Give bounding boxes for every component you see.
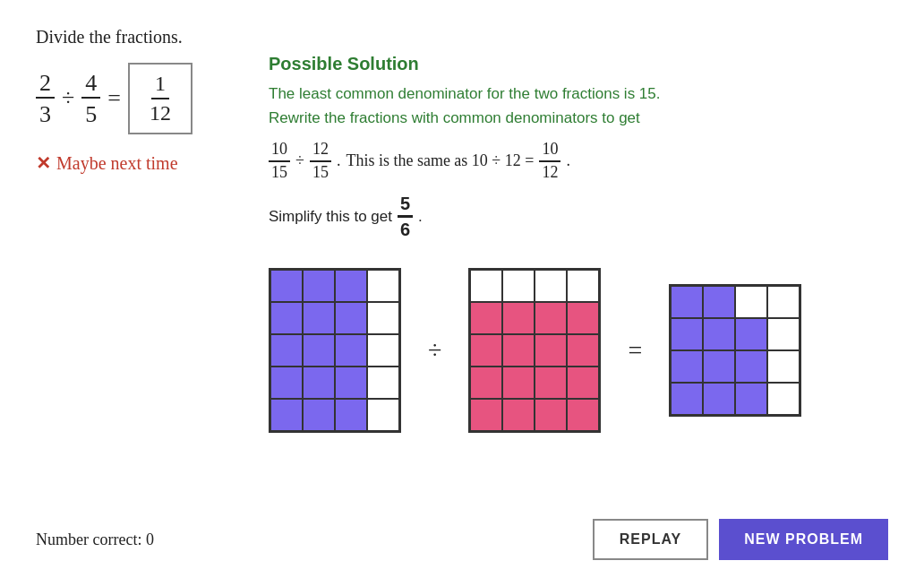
visuals-row: ÷ xyxy=(269,268,888,433)
grid-cell xyxy=(703,350,735,383)
grid-cell xyxy=(303,302,335,334)
grid-cell xyxy=(535,367,567,399)
grid-cell xyxy=(567,399,599,431)
grid-cell xyxy=(367,334,399,367)
grid-cell xyxy=(671,318,703,350)
grid-cell xyxy=(703,286,735,318)
grid-cell xyxy=(335,302,367,334)
lcd-fraction1: 10 15 xyxy=(269,139,290,183)
grid-cell xyxy=(502,270,535,302)
grid-cell xyxy=(671,286,703,318)
grid-cell xyxy=(502,302,535,334)
fraction-first: 2 3 xyxy=(36,69,55,128)
divide-operator: ÷ xyxy=(428,336,441,365)
x-icon: ✕ xyxy=(36,152,51,174)
grid-result xyxy=(669,284,801,417)
grid-cell xyxy=(535,302,567,334)
grid-cell xyxy=(470,270,502,302)
answer-box: 1 12 xyxy=(128,63,192,134)
grid-cell xyxy=(303,399,335,431)
period3: . xyxy=(418,208,423,226)
solution-line1: The least common denominator for the two… xyxy=(269,82,888,106)
grid-cell xyxy=(767,383,800,415)
grid-cell xyxy=(767,286,800,318)
grid-cell xyxy=(535,399,567,431)
grid-cell xyxy=(367,367,399,399)
grid-cell xyxy=(270,302,303,334)
grid-cell xyxy=(270,367,303,399)
grid-cell xyxy=(502,367,535,399)
replay-button[interactable]: REPLAY xyxy=(593,519,708,560)
grid-cell xyxy=(767,350,800,383)
grid-cell xyxy=(502,334,535,367)
new-problem-button[interactable]: NEW PROBLEM xyxy=(719,519,888,560)
grid-cell xyxy=(335,367,367,399)
grid-cell xyxy=(470,367,502,399)
left-panel: 2 3 ÷ 4 5 = 1 12 ✕ Maybe next time xyxy=(36,63,233,174)
answer-fraction: 1 12 xyxy=(146,70,175,127)
grid-second xyxy=(468,268,601,433)
solution-title: Possible Solution xyxy=(269,54,888,74)
bottom-bar: Number correct: 0 REPLAY NEW PROBLEM xyxy=(36,519,888,560)
right-panel: Possible Solution The least common denom… xyxy=(269,54,888,433)
simplify-text: Simplify this to get xyxy=(269,208,392,226)
grid-cell xyxy=(671,383,703,415)
grid-cell xyxy=(303,334,335,367)
grid-cell xyxy=(335,270,367,302)
grid-cell xyxy=(703,383,735,415)
button-group: REPLAY NEW PROBLEM xyxy=(593,519,888,560)
fraction-second: 4 5 xyxy=(81,69,100,128)
grid-cell xyxy=(703,318,735,350)
fraction-problem: 2 3 ÷ 4 5 = 1 12 xyxy=(36,63,233,134)
grid-cell xyxy=(502,399,535,431)
num-correct-label: Number correct: 0 xyxy=(36,531,154,549)
grid-cell xyxy=(735,350,767,383)
divide-symbol: ÷ xyxy=(62,85,74,112)
result-fraction: 10 12 xyxy=(539,139,560,183)
solution-line2: Rewrite the fractions with common denomi… xyxy=(269,106,888,130)
grid-cell xyxy=(367,302,399,334)
math-line: 10 15 ÷ 12 15 . This is the same as 10 ÷… xyxy=(269,139,888,183)
same-as-text: This is the same as 10 ÷ 12 = xyxy=(346,151,534,170)
grid-cell xyxy=(767,318,800,350)
grid-cell xyxy=(303,367,335,399)
grid-cell xyxy=(270,270,303,302)
grid-cell xyxy=(671,350,703,383)
grid-cell xyxy=(470,334,502,367)
grid-cell xyxy=(535,270,567,302)
equals-operator: = xyxy=(628,336,642,365)
grid-cell xyxy=(735,318,767,350)
grid-cell xyxy=(270,399,303,431)
grid-cell xyxy=(567,302,599,334)
grid-cell xyxy=(270,334,303,367)
grid-cell xyxy=(567,270,599,302)
equals-symbol: = xyxy=(107,85,121,112)
period2: . xyxy=(566,151,570,170)
period: . xyxy=(337,151,341,170)
final-fraction: 5 6 xyxy=(398,192,413,241)
feedback-text: Maybe next time xyxy=(56,153,178,174)
grid-first xyxy=(269,268,401,433)
grid-cell xyxy=(735,286,767,318)
feedback-message: ✕ Maybe next time xyxy=(36,152,233,174)
divide-op: ÷ xyxy=(295,151,304,170)
grid-cell xyxy=(470,302,502,334)
grid-cell xyxy=(470,399,502,431)
simplify-line: Simplify this to get 5 6 . xyxy=(269,192,888,241)
grid-cell xyxy=(535,334,567,367)
grid-cell xyxy=(567,367,599,399)
grid-cell xyxy=(335,334,367,367)
grid-cell xyxy=(367,399,399,431)
grid-cell xyxy=(567,334,599,367)
instruction-text: Divide the fractions. xyxy=(36,27,888,47)
grid-cell xyxy=(735,383,767,415)
grid-cell xyxy=(303,270,335,302)
lcd-fraction2: 12 15 xyxy=(310,139,331,183)
grid-cell xyxy=(335,399,367,431)
grid-cell xyxy=(367,270,399,302)
